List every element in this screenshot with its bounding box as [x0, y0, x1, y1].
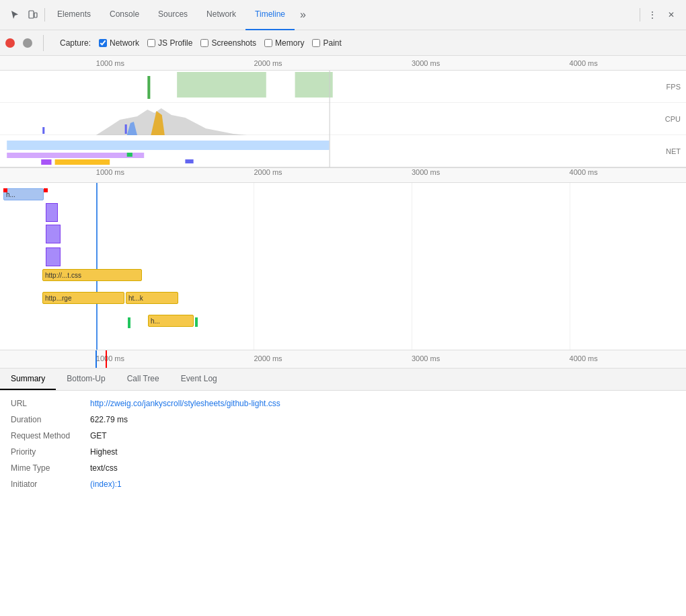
svg-rect-18 — [330, 135, 330, 167]
paint-checkbox[interactable] — [312, 39, 320, 47]
network-bar-sub-2[interactable] — [46, 225, 61, 243]
time-3000: 3000 ms — [412, 59, 440, 67]
request-method-row: Request Method GET — [11, 431, 675, 440]
close-icon[interactable]: ✕ — [664, 8, 678, 22]
waterfall-bars: h... http://...t.css http...rge ht...k h… — [0, 183, 686, 350]
tab-network[interactable]: Network — [197, 0, 245, 30]
priority-value: Highest — [90, 447, 118, 457]
paint-checkbox-group: Paint — [312, 38, 341, 48]
request-method-value: GET — [90, 431, 107, 440]
url-row: URL http://zweig.co/jankyscroll/styleshe… — [11, 399, 675, 408]
network-bar-html-main[interactable]: h... — [3, 188, 44, 200]
paint-label: Paint — [323, 38, 341, 48]
red-marker-1 — [3, 188, 7, 192]
menu-icon[interactable]: ⋮ — [646, 8, 659, 22]
tab-timeline[interactable]: Timeline — [245, 0, 295, 30]
wf-time-4000: 4000 ms — [570, 168, 598, 176]
device-icon[interactable] — [26, 8, 39, 22]
svg-marker-6 — [96, 108, 247, 135]
duration-label: Duration — [11, 415, 85, 424]
time-2000: 2000 ms — [254, 59, 282, 67]
url-value[interactable]: http://zweig.co/jankyscroll/stylesheets/… — [90, 399, 280, 408]
bar-label-h-bottom: h... — [151, 317, 160, 325]
bottom-tabs: Summary Bottom-Up Call Tree Event Log — [0, 369, 686, 391]
waterfall-ruler: 1000 ms 2000 ms 3000 ms 4000 ms — [0, 168, 686, 183]
svg-rect-5 — [330, 71, 330, 103]
tab-console[interactable]: Console — [100, 0, 149, 30]
screenshots-checkbox[interactable] — [200, 39, 208, 47]
capture-label: Capture: — [60, 38, 91, 48]
mime-type-row: Mime Type text/css — [11, 463, 675, 473]
mime-type-value: text/css — [90, 463, 118, 473]
fps-label: FPS — [666, 83, 681, 91]
bar-label-rge: http...rge — [45, 295, 71, 302]
svg-rect-0 — [29, 11, 34, 18]
time-1000: 1000 ms — [96, 59, 124, 67]
bottom-time-3000: 3000 ms — [412, 354, 440, 362]
mime-type-label: Mime Type — [11, 463, 85, 473]
screenshots-checkbox-group: Screenshots — [200, 38, 256, 48]
svg-rect-3 — [177, 72, 266, 98]
bottom-time-4000: 4000 ms — [570, 354, 598, 362]
tab-sources[interactable]: Sources — [149, 0, 197, 30]
svg-rect-16 — [127, 153, 132, 157]
record-button[interactable] — [5, 38, 15, 48]
network-bar-sub-3[interactable] — [46, 247, 61, 266]
svg-rect-13 — [7, 153, 144, 158]
more-tabs-button[interactable]: » — [295, 9, 311, 21]
capture-bar: Capture: Network JS Profile Screenshots … — [0, 30, 686, 56]
svg-rect-1 — [34, 13, 37, 17]
initiator-value[interactable]: (index):1 — [90, 479, 122, 489]
toolbar-icons — [3, 8, 45, 22]
bottom-time-2000: 2000 ms — [254, 354, 282, 362]
initiator-label: Initiator — [11, 479, 85, 489]
wf-time-3000: 3000 ms — [412, 168, 440, 176]
fps-chart — [0, 71, 686, 103]
svg-rect-17 — [185, 159, 193, 163]
green-marker-2 — [195, 317, 198, 327]
net-chart — [0, 135, 686, 167]
tab-call-tree[interactable]: Call Tree — [116, 369, 170, 390]
cursor-icon[interactable] — [8, 8, 22, 22]
svg-rect-10 — [125, 124, 127, 134]
js-profile-checkbox[interactable] — [147, 39, 155, 47]
fps-row: FPS — [0, 71, 686, 103]
time-4000: 4000 ms — [570, 59, 598, 67]
svg-rect-9 — [42, 127, 44, 134]
memory-label: Memory — [275, 38, 304, 48]
bottom-selection-blue — [96, 350, 97, 368]
bar-label-css: http://...t.css — [45, 272, 81, 279]
priority-row: Priority Highest — [11, 447, 675, 457]
network-waterfall[interactable]: 1000 ms 2000 ms 3000 ms 4000 ms h... htt… — [0, 168, 686, 350]
svg-rect-2 — [147, 76, 150, 99]
network-bar-sub-1[interactable] — [46, 203, 58, 222]
url-label: URL — [11, 399, 85, 408]
svg-rect-15 — [55, 159, 110, 165]
network-bar-h-bottom[interactable]: h... — [148, 315, 194, 327]
top-time-ruler: 1000 ms 2000 ms 3000 ms 4000 ms — [0, 56, 686, 71]
screenshots-label: Screenshots — [211, 38, 256, 48]
memory-checkbox[interactable] — [264, 39, 272, 47]
wf-time-2000: 2000 ms — [254, 168, 282, 176]
bottom-time-1000: 1000 ms — [96, 354, 124, 362]
bar-label-html: h... — [6, 191, 15, 198]
js-profile-label: JS Profile — [158, 38, 192, 48]
timeline-overview[interactable]: 1000 ms 2000 ms 3000 ms 4000 ms FPS — [0, 56, 686, 168]
network-bar-rge[interactable]: http...rge — [42, 292, 124, 304]
tab-bottom-up[interactable]: Bottom-Up — [56, 369, 116, 390]
bar-label-htk: ht...k — [128, 295, 143, 302]
cpu-chart — [0, 103, 686, 135]
stop-button[interactable] — [23, 38, 32, 48]
cpu-row: CPU — [0, 103, 686, 135]
network-checkbox[interactable] — [99, 39, 107, 47]
tab-elements[interactable]: Elements — [48, 0, 100, 30]
tab-event-log[interactable]: Event Log — [170, 369, 228, 390]
bottom-time-ruler: 1000 ms 2000 ms 3000 ms 4000 ms — [0, 350, 686, 369]
network-bar-htk[interactable]: ht...k — [126, 292, 178, 304]
tab-summary[interactable]: Summary — [0, 369, 56, 390]
duration-value: 622.79 ms — [90, 415, 128, 424]
memory-checkbox-group: Memory — [264, 38, 304, 48]
network-bar-css[interactable]: http://...t.css — [42, 269, 142, 281]
svg-rect-11 — [330, 103, 330, 135]
selection-line — [96, 183, 98, 350]
